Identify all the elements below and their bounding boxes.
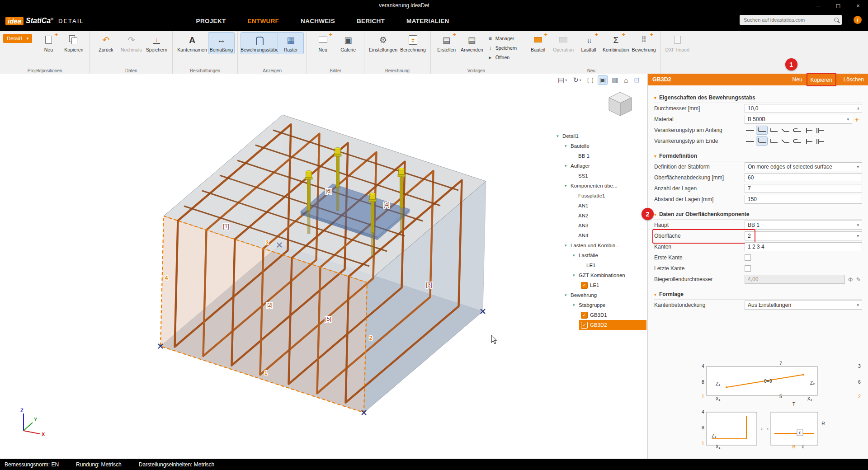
dimensions-button[interactable]: ↔ Bemaßung	[208, 33, 234, 54]
anzahl-lagen-input[interactable]: 7	[745, 184, 862, 193]
apply-template-button[interactable]: ▤ Anwenden	[459, 33, 485, 54]
tree-item-gzt[interactable]: ▾GZT Kombinationen	[554, 270, 646, 280]
tree-item-komponenten[interactable]: ▾Komponenten übe...	[554, 181, 646, 191]
info-icon[interactable]: i	[854, 16, 862, 24]
stabform-select[interactable]: On more edges of selected surface ▾	[745, 162, 862, 171]
haupt-select[interactable]: BB 1 ▾	[745, 221, 862, 230]
abstand-lagen-input[interactable]: 150	[745, 195, 862, 204]
chevron-down-icon[interactable]: ▾	[565, 183, 571, 188]
kantenbetondeckung-select[interactable]: Aus Einstellungen ▾	[745, 301, 862, 310]
anchor-type-straight-icon[interactable]	[745, 126, 755, 134]
tree-item-stabgruppe[interactable]: ▾Stabgruppe	[554, 300, 646, 310]
chevron-down-icon[interactable]: ▾	[654, 292, 656, 297]
tab-bericht[interactable]: BERICHT	[357, 18, 385, 24]
tree-item-lasten[interactable]: ▾Lasten und Kombin...	[554, 240, 646, 250]
tree-item-bewehrung[interactable]: ▾Bewehrung	[554, 290, 646, 300]
gallery-button[interactable]: ▣ Galerie	[335, 33, 361, 54]
letzte-kante-checkbox[interactable]	[745, 265, 751, 272]
chevron-down-icon[interactable]: ▾	[565, 293, 571, 297]
tab-entwurf[interactable]: ENTWURF	[247, 18, 279, 24]
show-raster-button[interactable]: ▦ Raster	[278, 33, 303, 54]
anchor-type-thead-icon[interactable]	[803, 126, 814, 134]
tree-item-bauteile[interactable]: ▾Bauteile	[554, 141, 646, 151]
wireframe-view-button[interactable]: ▢	[586, 75, 595, 85]
new-load-case-button[interactable]: ↓↓+ Lastfall	[576, 33, 601, 54]
tree-item-lastfaelle[interactable]: ▾Lastfälle	[554, 250, 646, 260]
kanten-input[interactable]: 1 2 3 4	[745, 242, 862, 251]
zoom-fit-button[interactable]: ⊡	[632, 75, 641, 85]
tree-item-an4[interactable]: AN4	[554, 230, 646, 240]
tree-item-an3[interactable]: AN3	[554, 221, 646, 230]
tree-item-ss1[interactable]: SS1	[554, 171, 646, 181]
undo-button[interactable]: ↶ Zurück	[93, 33, 118, 54]
edge-names-button[interactable]: A Kantennamen	[176, 33, 208, 54]
section-view-button[interactable]: ▤▾	[557, 75, 568, 85]
tree-item-an2[interactable]: AN2	[554, 211, 646, 221]
durchmesser-input[interactable]: 10,0 ▴▾	[745, 104, 862, 113]
copy-project-position-button[interactable]: Kopieren	[61, 33, 86, 54]
maximize-button[interactable]: ◻	[828, 0, 848, 11]
chevron-down-icon[interactable]: ▾	[573, 273, 579, 277]
delete-stirrup-group-button[interactable]: Löschen	[844, 76, 864, 83]
shaded-view-button[interactable]: ▣	[598, 75, 607, 85]
show-rebars-button[interactable]: Bewehrungsstäbe	[241, 33, 278, 54]
anchor-type-loop-icon[interactable]	[792, 137, 802, 145]
template-manager-button[interactable]: ≡ Manager	[486, 34, 519, 42]
tree-item-gb3d1[interactable]: ✓GB3D1	[554, 310, 646, 320]
tree-item-fussplatte1[interactable]: Fussplatte1	[554, 191, 646, 201]
anchor-type-bend-icon[interactable]	[768, 126, 779, 134]
anchor-type-loop-icon[interactable]	[792, 126, 802, 134]
chevron-down-icon[interactable]: ▾	[573, 253, 579, 258]
minimize-button[interactable]: –	[808, 0, 828, 11]
tree-item-le1-kombination[interactable]: ✓LE1	[554, 280, 646, 290]
template-open-button[interactable]: ▸ Öffnen	[486, 53, 519, 61]
tab-nachweis[interactable]: NACHWEIS	[301, 18, 335, 24]
new-project-position-button[interactable]: + Neu	[36, 33, 61, 54]
selected-row[interactable]: ✓GB3D2	[579, 320, 646, 330]
save-button[interactable]: ↓ Speichern	[144, 33, 169, 54]
viewport-3d-scene[interactable]: 3 4 1 2 [1] [2] [3] [4] [5] [6]	[0, 74, 647, 459]
anchor-type-hook-icon[interactable]	[756, 126, 767, 134]
project-position-selector[interactable]: Detail1 ▾	[3, 34, 32, 43]
tab-materialien[interactable]: MATERIALIEN	[406, 18, 449, 24]
tree-item-bb1[interactable]: BB 1	[554, 151, 646, 161]
search-box[interactable]	[740, 15, 842, 25]
new-image-button[interactable]: + Neu	[310, 33, 335, 54]
tree-item-an1[interactable]: AN1	[554, 201, 646, 211]
create-template-button[interactable]: ▤+ Erstellen	[434, 33, 459, 54]
anchor-type-plate-icon[interactable]	[815, 137, 826, 145]
material-select[interactable]: B 500B ▾	[745, 115, 852, 124]
checkbox-checked[interactable]: ✓	[581, 312, 588, 319]
chevron-down-icon[interactable]: ▾	[565, 243, 571, 248]
close-button[interactable]: ×	[848, 0, 868, 11]
new-member-button[interactable]: + Bauteil	[525, 33, 551, 54]
template-save-button[interactable]: ↓ Speichern	[486, 43, 519, 52]
checkbox-checked[interactable]: ✓	[581, 282, 588, 289]
tree-item-gb3d2[interactable]: ✓GB3D2	[554, 320, 646, 330]
new-stirrup-group-button[interactable]: Neu	[793, 76, 802, 83]
navigation-cube[interactable]	[609, 92, 632, 116]
erste-kante-checkbox[interactable]	[745, 254, 751, 261]
anchor-type-bend-icon[interactable]	[768, 137, 779, 145]
edit-pencil-icon[interactable]: ✎	[856, 276, 861, 283]
anchor-type-thead-icon[interactable]	[803, 137, 814, 145]
tree-item-detail1[interactable]: ▾Detail1	[554, 131, 646, 141]
oberflaeche-select[interactable]: 2 ▾	[745, 231, 862, 240]
chevron-down-icon[interactable]: ▾	[573, 303, 579, 307]
viewport[interactable]: ▤▾ ↻▾ ▢ ▣ ▥ ⌂ ⊡	[0, 74, 647, 459]
rotate-view-button[interactable]: ↻▾	[571, 75, 583, 85]
tree-item-auflager[interactable]: ▾Auflager	[554, 161, 646, 171]
add-material-button[interactable]: +	[855, 116, 859, 123]
durchmesser-spinner[interactable]: ▴▾	[857, 107, 859, 110]
chevron-down-icon[interactable]: ▾	[565, 144, 571, 148]
anchor-type-bend45-icon[interactable]	[780, 126, 791, 134]
copy-stirrup-group-button[interactable]: Kopieren	[811, 77, 832, 83]
tab-projekt[interactable]: PROJEKT	[196, 18, 226, 24]
home-view-button[interactable]: ⌂	[623, 76, 629, 85]
checkbox-checked[interactable]: ✓	[581, 322, 588, 329]
transparent-view-button[interactable]: ▥	[610, 75, 619, 85]
tree-item-le1[interactable]: LE1	[554, 260, 646, 270]
chevron-down-icon[interactable]: ▾	[557, 134, 562, 138]
chevron-down-icon[interactable]: ▾	[654, 95, 656, 100]
calculate-button[interactable]: ± Berechnung	[399, 33, 427, 54]
